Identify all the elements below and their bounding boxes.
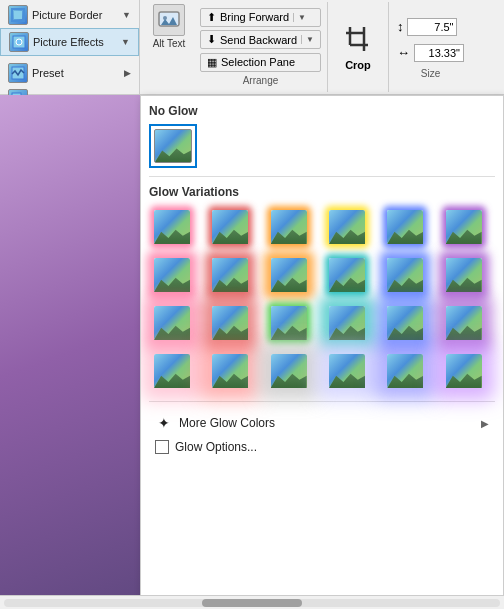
svg-rect-1 [14,11,22,19]
crop-label: Crop [345,59,371,71]
arrange-label: Arrange [200,75,321,86]
glow-thumb-2-6[interactable] [441,253,487,297]
more-colors-icon: ✦ [155,414,173,432]
height-icon: ↔ [397,45,410,60]
crop-button[interactable]: Crop [338,21,378,73]
glow-thumb-inner [329,210,365,244]
glow-panel: No Glow Glow Variations [140,95,504,609]
width-input[interactable] [407,18,457,36]
glow-thumb-2-3[interactable] [266,253,312,297]
picture-border-icon [8,5,28,25]
svg-point-3 [16,39,22,45]
glow-thumb-1-3[interactable] [266,205,312,249]
glow-thumb-inner [446,210,482,244]
glow-thumb-inner [387,210,423,244]
glow-thumb-inner [154,258,190,292]
size-label: Size [397,68,464,79]
picture-effects-button[interactable]: Picture Effects ▼ [0,28,139,56]
glow-thumb-inner [154,354,190,388]
glow-options-label: Glow Options... [175,440,257,454]
picture-border-button[interactable]: Picture Border ▼ [0,2,139,28]
height-row: ↔ [397,44,464,62]
glow-thumb-2-2[interactable] [207,253,253,297]
no-glow-thumb-inner [154,129,192,163]
bring-forward-icon: ⬆ [207,11,216,24]
picture-effects-icon [9,32,29,52]
glow-thumb-inner [329,258,365,292]
scrollbar[interactable] [0,595,504,609]
glow-thumb-inner [271,306,307,340]
glow-thumb-inner [271,210,307,244]
glow-variations-title: Glow Variations [149,185,495,199]
glow-thumb-inner [271,258,307,292]
more-glow-colors-button[interactable]: ✦ More Glow Colors ▶ [149,410,495,436]
glow-thumb-inner [154,306,190,340]
panel-separator [149,176,495,177]
glow-thumb-4-4[interactable] [324,349,370,393]
glow-thumb-inner [212,258,248,292]
glow-thumb-inner [212,354,248,388]
glow-thumb-inner [212,306,248,340]
glow-row-4 [149,349,495,393]
glow-options-button[interactable]: Glow Options... [149,436,495,458]
bottom-separator [149,401,495,402]
glow-thumb-4-2[interactable] [207,349,253,393]
picture-border-arrow: ▼ [122,10,131,20]
glow-thumb-3-5[interactable] [382,301,428,345]
glow-thumb-2-4[interactable] [324,253,370,297]
width-row: ↕ [397,18,464,36]
glow-thumb-inner [387,354,423,388]
width-icon: ↕ [397,19,404,34]
glow-thumb-inner [446,306,482,340]
alt-text-button[interactable]: Alt Text [144,2,194,92]
glow-variations-section: Glow Variations [149,185,495,393]
selection-pane-button[interactable]: ▦ Selection Pane [200,53,321,72]
send-backward-button[interactable]: ⬇ Send Backward ▼ [200,30,321,49]
glow-thumb-inner [329,306,365,340]
glow-thumb-3-4[interactable] [324,301,370,345]
bring-forward-label: Bring Forward [220,11,289,23]
glow-thumb-1-1[interactable] [149,205,195,249]
glow-options-checkbox [155,440,169,454]
picture-effects-arrow: ▼ [121,37,130,47]
glow-thumb-3-3[interactable] [266,301,312,345]
menu-item-preset[interactable]: Preset ▶ [0,60,139,86]
ribbon: Picture Border ▼ Picture Effects ▼ [0,0,504,95]
ribbon-right: Alt Text ⬆ Bring Forward ▼ ⬇ Send Backwa… [140,0,504,94]
glow-thumb-1-2[interactable] [207,205,253,249]
more-colors-label: More Glow Colors [179,416,275,430]
glow-row-2 [149,253,495,297]
crop-icon [342,23,374,59]
glow-thumb-2-1[interactable] [149,253,195,297]
glow-thumb-inner [446,354,482,388]
glow-thumb-inner [329,354,365,388]
bring-forward-dropdown-icon: ▼ [293,13,306,22]
glow-thumb-1-5[interactable] [382,205,428,249]
background-area [0,95,140,609]
glow-thumb-4-1[interactable] [149,349,195,393]
glow-thumb-4-5[interactable] [382,349,428,393]
send-backward-label: Send Backward [220,34,297,46]
glow-row-3 [149,301,495,345]
glow-thumb-3-6[interactable] [441,301,487,345]
glow-thumb-4-3[interactable] [266,349,312,393]
scrollbar-track [4,599,500,607]
alt-text-icon [153,4,185,36]
bring-forward-button[interactable]: ⬆ Bring Forward ▼ [200,8,321,27]
glow-thumb-inner [446,258,482,292]
glow-thumb-3-2[interactable] [207,301,253,345]
no-glow-thumbnail[interactable] [149,124,197,168]
selection-pane-label: Selection Pane [221,56,295,68]
glow-thumb-2-5[interactable] [382,253,428,297]
height-input[interactable] [414,44,464,62]
glow-thumb-1-4[interactable] [324,205,370,249]
preset-label: Preset [32,67,64,79]
picture-border-label: Picture Border [32,9,102,21]
glow-thumb-inner [271,354,307,388]
glow-thumb-4-6[interactable] [441,349,487,393]
glow-row-1 [149,205,495,249]
more-colors-arrow: ▶ [481,418,489,429]
glow-thumb-1-6[interactable] [441,205,487,249]
send-backward-dropdown-icon: ▼ [301,35,314,44]
glow-thumb-3-1[interactable] [149,301,195,345]
